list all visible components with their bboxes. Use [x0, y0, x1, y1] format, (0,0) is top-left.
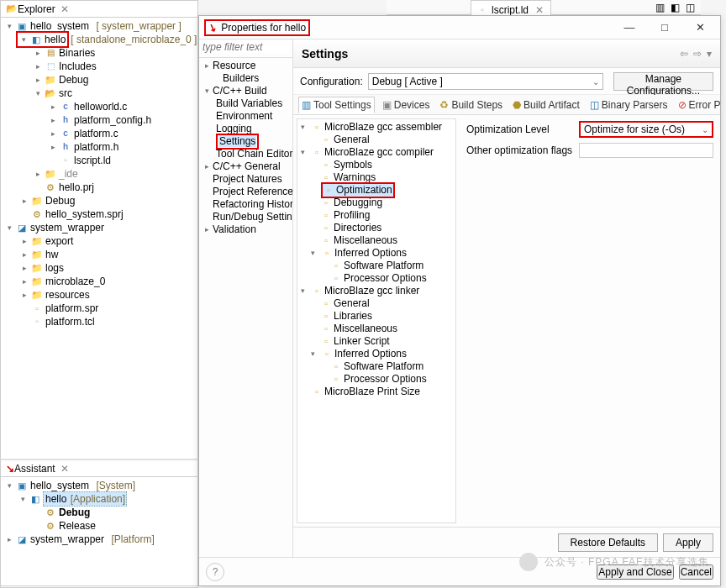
c-file-icon [60, 128, 71, 139]
tree-row[interactable]: ▸resources [4, 288, 197, 302]
tool-row[interactable]: Processor Options [299, 272, 454, 285]
cat-proj-natures[interactable]: Project Natures [203, 173, 292, 186]
tab-tool-settings[interactable]: ▥Tool Settings [298, 97, 375, 113]
tb-icon-1[interactable]: ▥ [655, 2, 667, 13]
dialog-footer: ? Apply and Close Cancel [199, 557, 720, 585]
tree-row[interactable]: lscript.ld [4, 154, 197, 167]
close-button[interactable]: ✕ [690, 21, 710, 34]
menu-icon[interactable]: ▾ [707, 48, 712, 60]
tree-row[interactable]: ▸Debug [4, 194, 197, 207]
category-pane: ▸Resource Builders ▾C/C++ Build Build Va… [199, 39, 293, 557]
tree-row[interactable]: ▸platform.c [4, 127, 197, 140]
tree-row[interactable]: ▸hw [4, 248, 197, 261]
tool-row[interactable]: ▾Inferred Options [299, 247, 454, 260]
tree-row[interactable]: ▸_ide [4, 167, 197, 181]
opt-level-select[interactable]: Optimize for size (-Os) [579, 121, 713, 138]
tool-row[interactable]: Libraries [299, 310, 454, 323]
tree-row[interactable]: ▾hello_system [System] [4, 479, 197, 492]
tool-row[interactable]: Profiling [299, 209, 454, 222]
config-select[interactable]: Debug [ Active ] [368, 73, 603, 90]
tree-row[interactable]: ▸Includes [4, 60, 197, 73]
tool-row[interactable]: Software Platform [299, 360, 454, 373]
maximize-button[interactable]: □ [655, 21, 675, 34]
tool-row[interactable]: ▾Inferred Options [299, 348, 454, 360]
tree-row[interactable]: Debug [4, 506, 197, 519]
cat-validation[interactable]: ▸Validation [203, 223, 292, 236]
filter-input[interactable] [203, 41, 289, 53]
minimize-button[interactable]: — [619, 21, 639, 34]
cat-toolchain[interactable]: Tool Chain Editor [203, 148, 292, 160]
cat-proj-refs[interactable]: Project References [203, 186, 292, 198]
opt-level-row: Optimization Level Optimize for size (-O… [466, 120, 713, 139]
tab-error-parsers[interactable]: ⊘Error Parsers [676, 97, 720, 113]
tree-row[interactable]: platform.tcl [4, 315, 197, 328]
assistant-tab[interactable]: ↘ Assistant ✕ [1, 460, 197, 477]
apply-button[interactable]: Apply [663, 533, 713, 552]
explorer-tab[interactable]: Explorer ✕ [1, 1, 197, 18]
tool-asm[interactable]: ▾MicroBlaze gcc assembler [299, 121, 454, 134]
tree-row-hello[interactable]: ▾hello [ standalone_microblaze_0 ] [4, 33, 197, 46]
cat-resource[interactable]: ▸Resource [203, 60, 292, 72]
close-icon[interactable]: ✕ [60, 463, 69, 475]
tool-optimization[interactable]: Optimization [299, 184, 454, 197]
includes-icon [45, 60, 56, 72]
platform-icon [16, 222, 28, 234]
tb-icon-2[interactable]: ◧ [671, 2, 682, 13]
other-flags-input[interactable] [579, 143, 713, 158]
close-icon[interactable]: ✕ [60, 3, 69, 15]
tree-row[interactable]: ▸helloworld.c [4, 100, 197, 113]
tab-build-artifact[interactable]: ⬣Build Artifact [510, 97, 582, 113]
tool-row[interactable]: Debugging [299, 197, 454, 209]
tree-row-hello-app[interactable]: ▾hello [Application] [4, 492, 197, 506]
tree-row[interactable]: ▸platform_config.h [4, 113, 197, 127]
cat-rundebug[interactable]: Run/Debug Settings [203, 211, 292, 223]
tool-row[interactable]: Miscellaneous [299, 323, 454, 335]
cat-ccpp-general[interactable]: ▸C/C++ General [203, 160, 292, 173]
tree-row[interactable]: ▸microblaze_0 [4, 275, 197, 288]
tool-print[interactable]: MicroBlaze Print Size [299, 386, 454, 398]
cat-settings[interactable]: Settings [203, 135, 292, 148]
tree-row[interactable]: ▸system_wrapper [Platform] [4, 533, 197, 546]
tool-row[interactable]: Symbols [299, 159, 454, 171]
close-icon[interactable]: ✕ [535, 4, 544, 16]
dialog-titlebar[interactable]: ↘ Properties for hello — □ ✕ [199, 16, 720, 39]
tree-row[interactable]: platform.spr [4, 302, 197, 315]
tool-row[interactable]: General [299, 297, 454, 310]
tree-row[interactable]: Release [4, 519, 197, 533]
tree-row[interactable]: ▸platform.h [4, 140, 197, 154]
tree-row[interactable]: ▸export [4, 234, 197, 248]
tool-row[interactable]: Directories [299, 222, 454, 234]
tree-row[interactable]: hello_system.sprj [4, 207, 197, 221]
forward-icon[interactable]: ⇨ [693, 48, 702, 60]
cat-ccpp-build[interactable]: ▾C/C++ Build [203, 85, 292, 97]
tool-ld[interactable]: ▾MicroBlaze gcc linker [299, 285, 454, 297]
project-icon [16, 20, 28, 32]
tb-icon-3[interactable]: ◫ [686, 2, 697, 13]
cat-environment[interactable]: Environment [203, 110, 292, 123]
tool-row[interactable]: Miscellaneous [299, 234, 454, 247]
cancel-button[interactable]: Cancel [679, 564, 713, 580]
cat-build-vars[interactable]: Build Variables [203, 97, 292, 110]
tab-build-steps[interactable]: ♻Build Steps [437, 97, 505, 113]
apply-close-button[interactable]: Apply and Close [597, 564, 673, 580]
tool-row[interactable]: General [299, 134, 454, 146]
steps-icon: ♻ [439, 99, 449, 111]
tool-row[interactable]: Software Platform [299, 260, 454, 272]
tree-row[interactable]: ▾src [4, 87, 197, 100]
tree-row[interactable]: ▸logs [4, 261, 197, 275]
tab-devices[interactable]: ▣Devices [380, 97, 433, 113]
tool-row[interactable]: Linker Script [299, 335, 454, 348]
tool-cc[interactable]: ▾MicroBlaze gcc compiler [299, 146, 454, 159]
tab-binary-parsers[interactable]: ◫Binary Parsers [587, 97, 671, 113]
restore-defaults-button[interactable]: Restore Defaults [558, 533, 658, 552]
back-icon[interactable]: ⇦ [680, 48, 688, 60]
tree-row[interactable]: ▸Binaries [4, 46, 197, 60]
cat-refactoring[interactable]: Refactoring History [203, 198, 292, 211]
tool-row[interactable]: Processor Options [299, 373, 454, 386]
help-button[interactable]: ? [206, 563, 224, 581]
tree-row[interactable]: ▸Debug [4, 73, 197, 87]
tree-row[interactable]: hello.prj [4, 181, 197, 194]
tree-row[interactable]: ▾system_wrapper [4, 221, 197, 234]
manage-config-button[interactable]: Manage Configurations... [613, 72, 713, 91]
cat-builders[interactable]: Builders [203, 72, 292, 85]
